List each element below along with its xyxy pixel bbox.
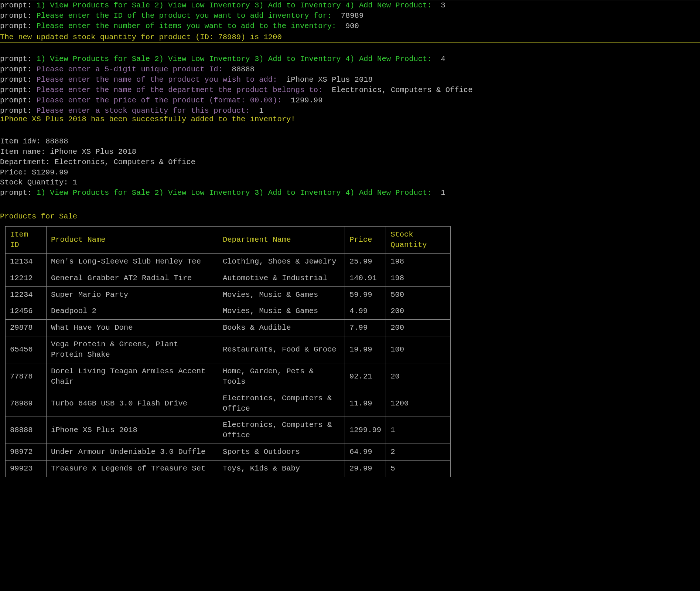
col-header-price: Price — [345, 227, 386, 254]
col-header-stock-qty: Stock Quantity — [386, 227, 451, 254]
cell-dept: Movies, Music & Games — [218, 286, 345, 303]
cell-id: 99923 — [6, 461, 47, 477]
cell-dept: Books & Audible — [218, 320, 345, 336]
table-row: 77878Dorel Living Teagan Armless Accent … — [6, 363, 451, 390]
new-pid-input[interactable]: 88888 — [232, 65, 255, 74]
table-row: 12134Men's Long-Sleeve Slub Henley TeeCl… — [6, 253, 451, 270]
product-id-prompt: Please enter the ID of the product you w… — [36, 11, 332, 20]
prompt-label: prompt: — [0, 55, 32, 63]
new-stock-input[interactable]: 1 — [259, 106, 263, 115]
new-price-prompt: Please enter the price of the product (f… — [36, 96, 281, 105]
cell-dept: Sports & Outdoors — [218, 444, 345, 461]
prompt-line-add-qty: prompt: Please enter the number of items… — [0, 21, 700, 31]
cell-name: Dorel Living Teagan Armless Accent Chair — [47, 363, 218, 390]
cell-price: 11.99 — [345, 390, 386, 417]
cell-qty: 500 — [386, 286, 451, 303]
cell-name: Men's Long-Sleeve Slub Henley Tee — [47, 253, 218, 270]
add-qty-prompt: Please enter the number of items you wan… — [36, 22, 336, 30]
cell-qty: 198 — [386, 253, 451, 270]
cell-dept: Restaurants, Food & Groce — [218, 336, 345, 363]
col-header-product-name: Product Name — [47, 227, 218, 254]
prompt-line-product-id: prompt: Please enter the ID of the produ… — [0, 11, 700, 21]
cell-dept: Movies, Music & Games — [218, 303, 345, 320]
cell-price: 1299.99 — [345, 417, 386, 444]
prompt-line-menu-1: prompt: 1) View Products for Sale 2) Vie… — [0, 0, 700, 11]
cell-id: 12134 — [6, 253, 47, 270]
cell-name: Super Mario Party — [47, 286, 218, 303]
prompt-label: prompt: — [0, 11, 32, 20]
new-dept-input[interactable]: Electronics, Computers & Office — [332, 86, 472, 94]
table-row: 88888iPhone XS Plus 2018Electronics, Com… — [6, 417, 451, 444]
prompt-label: prompt: — [0, 86, 32, 94]
prompt-line-new-price: prompt: Please enter the price of the pr… — [0, 95, 700, 106]
menu-text: 1) View Products for Sale 2) View Low In… — [36, 188, 431, 197]
cell-id: 12456 — [6, 303, 47, 320]
new-price-input[interactable]: 1299.99 — [291, 96, 322, 105]
prompt-line-new-name: prompt: Please enter the name of the pro… — [0, 75, 700, 85]
menu-choice[interactable]: 3 — [441, 1, 445, 10]
cell-name: General Grabber AT2 Radial Tire — [47, 270, 218, 286]
col-header-department: Department Name — [218, 227, 345, 254]
product-id-input[interactable]: 78989 — [341, 11, 364, 20]
cell-name: Treasure X Legends of Treasure Set — [47, 461, 218, 477]
menu-choice[interactable]: 4 — [441, 55, 445, 63]
menu-choice[interactable]: 1 — [441, 188, 445, 197]
item-id-line: Item id#: 88888 — [0, 136, 700, 147]
cell-qty: 5 — [386, 461, 451, 477]
cell-dept: Toys, Kids & Baby — [218, 461, 345, 477]
cell-id: 77878 — [6, 363, 47, 390]
menu-text: 1) View Products for Sale 2) View Low In… — [36, 1, 431, 10]
prompt-label: prompt: — [0, 1, 32, 10]
status-product-added: iPhone XS Plus 2018 has been successfull… — [0, 116, 700, 125]
cell-id: 12234 — [6, 286, 47, 303]
cell-qty: 20 — [386, 363, 451, 390]
prompt-line-new-pid: prompt: Please enter a 5-digit unique pr… — [0, 64, 700, 75]
table-row: 98972Under Armour Undeniable 3.0 DuffleS… — [6, 444, 451, 461]
new-dept-prompt: Please enter the name of the department … — [36, 86, 322, 94]
cell-price: 64.99 — [345, 444, 386, 461]
item-dept-line: Department: Electronics, Computers & Off… — [0, 157, 700, 167]
cell-price: 29.99 — [345, 461, 386, 477]
products-for-sale-title: Products for Sale — [0, 211, 700, 222]
table-header-row: Item ID Product Name Department Name Pri… — [6, 227, 451, 254]
cell-id: 88888 — [6, 417, 47, 444]
new-name-input[interactable]: iPhone XS Plus 2018 — [286, 75, 373, 84]
col-header-item-id: Item ID — [6, 227, 47, 254]
cell-price: 92.21 — [345, 363, 386, 390]
cell-dept: Clothing, Shoes & Jewelry — [218, 253, 345, 270]
products-table: Item ID Product Name Department Name Pri… — [5, 226, 451, 477]
item-name-line: Item name: iPhone XS Plus 2018 — [0, 147, 700, 157]
prompt-line-new-stock: prompt: Please enter a stock quantity fo… — [0, 106, 700, 116]
new-name-prompt: Please enter the name of the product you… — [36, 75, 277, 84]
cell-price: 140.91 — [345, 270, 386, 286]
cell-qty: 198 — [386, 270, 451, 286]
cell-dept: Electronics, Computers & Office — [218, 417, 345, 444]
cell-dept: Electronics, Computers & Office — [218, 390, 345, 417]
prompt-label: prompt: — [0, 65, 32, 74]
cell-id: 29878 — [6, 320, 47, 336]
cell-name: What Have You Done — [47, 320, 218, 336]
cell-qty: 200 — [386, 320, 451, 336]
table-row: 65456Vega Protein & Greens, Plant Protei… — [6, 336, 451, 363]
prompt-line-menu-3: prompt: 1) View Products for Sale 2) Vie… — [0, 188, 700, 198]
cell-name: Under Armour Undeniable 3.0 Duffle — [47, 444, 218, 461]
prompt-label: prompt: — [0, 75, 32, 84]
cell-price: 59.99 — [345, 286, 386, 303]
table-row: 12212General Grabber AT2 Radial TireAuto… — [6, 270, 451, 286]
cell-price: 19.99 — [345, 336, 386, 363]
cell-qty: 2 — [386, 444, 451, 461]
table-row: 78989Turbo 64GB USB 3.0 Flash DriveElect… — [6, 390, 451, 417]
prompt-line-menu-2: prompt: 1) View Products for Sale 2) Vie… — [0, 54, 700, 64]
prompt-line-new-dept: prompt: Please enter the name of the dep… — [0, 85, 700, 95]
cell-id: 65456 — [6, 336, 47, 363]
cell-dept: Automotive & Industrial — [218, 270, 345, 286]
add-qty-input[interactable]: 900 — [345, 22, 359, 30]
prompt-label: prompt: — [0, 106, 32, 115]
new-pid-prompt: Please enter a 5-digit unique product Id… — [36, 65, 222, 74]
cell-name: Vega Protein & Greens, Plant Protein Sha… — [47, 336, 218, 363]
table-row: 29878What Have You DoneBooks & Audible7.… — [6, 320, 451, 336]
new-stock-prompt: Please enter a stock quantity for this p… — [36, 106, 250, 115]
cell-price: 7.99 — [345, 320, 386, 336]
cell-qty: 1 — [386, 417, 451, 444]
cell-dept: Home, Garden, Pets & Tools — [218, 363, 345, 390]
